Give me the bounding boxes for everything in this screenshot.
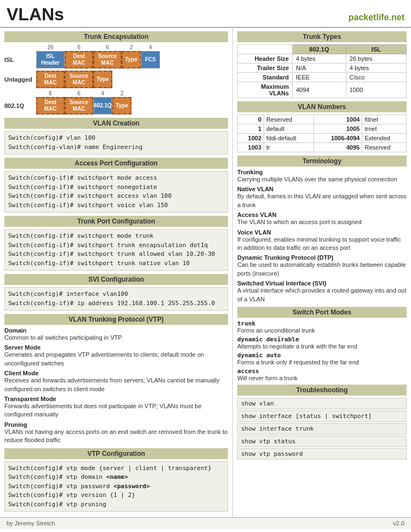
isl-num-26: 26 [36, 44, 65, 50]
dot1q-num-2: 2 [112, 90, 132, 96]
vtp-server-desc: Generates and propagates VTP advertiseme… [4, 351, 228, 368]
troubleshooting-commands: show vlan show interface [status | switc… [237, 398, 407, 460]
untagged-row: Untagged DestMAC SourceMAC Type [4, 71, 228, 88]
term-svi-desc: A virtual interface which provides a rou… [237, 287, 407, 304]
term-voice-title: Voice VLAN [237, 229, 407, 236]
term-entry-access: Access VLAN The VLAN to which an access … [237, 211, 407, 226]
vtp-domain-desc: Common to all switches participating in … [4, 334, 228, 342]
right-column: Trunk Types 802.1Q ISL Header Size 4 byt… [233, 28, 411, 517]
spm-dynamic-desirable-desc: Attempts to negotiate a trunk with the f… [237, 343, 407, 350]
isl-label: ISL [4, 56, 36, 63]
vlan-num-right-3: 4095 [314, 143, 362, 152]
trunk-types-v2-3: 1000 [346, 82, 406, 98]
vlan-name-right-3: Reserved [362, 143, 407, 152]
trunk-types-col2: ISL [346, 45, 406, 54]
trunk-types-col1: 802.1Q [293, 45, 346, 54]
term-access-title: Access VLAN [237, 211, 407, 218]
troubleshooting-header: Troubleshooting [237, 385, 407, 396]
spm-entry-access: access Will never form a trunk [237, 368, 407, 381]
access-line3: Switch(config-if)# switchport access vla… [8, 192, 224, 201]
trunk-encapsulation-section: Trunk Encapsulation 26 6 6 2 4 ISL ISLHe… [4, 31, 228, 115]
vtp-entry-transparent: Transparent Mode Forwards advertisements… [4, 396, 228, 419]
source-mac-block-isl: SourceMAC [93, 51, 122, 68]
vtp-server-title: Server Mode [4, 344, 228, 351]
term-dtp-desc: Can be used to automatically establish t… [237, 261, 407, 278]
vtp-entries: Domain Common to all switches participat… [4, 327, 228, 445]
spm-trunk-desc: Forms an unconditional trunk [237, 327, 407, 334]
vtp-entry-domain: Domain Common to all switches participat… [4, 327, 228, 342]
trunk-types-label-2: Standard [238, 73, 293, 82]
vlan-numbers-row-1: 1 default 1005 trnet [238, 124, 407, 134]
trouble-cmd-3: show vtp status [237, 436, 407, 447]
vlan-name-right-0: fdnet [362, 115, 407, 124]
trunk-types-label-1: Trailer Size [238, 64, 293, 73]
vlan-num-left-3: 1003 [238, 143, 264, 152]
trunk-port-code: Switch(config-if)# switchport mode trunk… [4, 229, 228, 271]
trunk-types-row-0: Header Size 4 bytes 26 bytes [238, 54, 407, 64]
vtp-pruning-desc: VLANs not having any access ports on an … [4, 428, 228, 445]
dot1q-num-6b: 6 [65, 90, 93, 96]
vlan-numbers-header: VLAN Numbers [237, 101, 407, 112]
isl-num-2: 2 [122, 44, 141, 50]
isl-num-4: 4 [141, 44, 160, 50]
spm-entry-trunk: trunk Forms an unconditional trunk [237, 320, 407, 334]
trunk-types-v1-0: 4 bytes [293, 54, 346, 64]
vtp-transparent-desc: Forwards advertisements but does not par… [4, 402, 228, 419]
spm-dynamic-auto-desc: Forms a trunk only if requested by the f… [237, 359, 407, 365]
vlan-creation-code: Switch(config)# vlan 100 Switch(config-v… [4, 131, 228, 155]
isl-num-6a: 6 [65, 44, 93, 50]
spm-entries: trunk Forms an unconditional trunk dynam… [237, 320, 407, 381]
source-mac-block-untagged: SourceMAC [65, 71, 93, 88]
vlan-creation-line1: Switch(config)# vlan 100 [8, 134, 224, 143]
vtp-config-header: VTP Configuration [4, 448, 228, 459]
access-line1: Switch(config-if)# switchport mode acces… [8, 174, 224, 183]
page: VLANs packetlife.net Trunk Encapsulation… [0, 0, 411, 529]
dot1q-num-4: 4 [93, 90, 112, 96]
term-entry-svi: Switched Virtual Interface (SVI) A virtu… [237, 280, 407, 304]
svi-line2: Switch(config-if)# ip address 192.168.10… [8, 299, 224, 308]
vlan-creation-header: VLAN Creation [4, 118, 228, 129]
left-column: Trunk Encapsulation 26 6 6 2 4 ISL ISLHe… [0, 28, 233, 517]
spm-entry-dynamic-auto: dynamic auto Forms a trunk only if reque… [237, 352, 407, 365]
dot1q-block: 802.1Q [93, 97, 112, 115]
vtp-config-line1: Switch(config)# vtp mode {server | clien… [8, 464, 224, 473]
term-voice-desc: If configured, enables minimal trunking … [237, 236, 407, 253]
vtp-pruning-title: Pruning [4, 421, 228, 428]
type-block-dot1q: Type [112, 97, 132, 115]
vlan-name-left-0: Reserved [264, 115, 314, 124]
svi-line1: Switch(config)# interface vlan100 [8, 290, 224, 299]
vlan-name-left-1: default [264, 124, 314, 134]
trunk-encapsulation-header: Trunk Encapsulation [4, 31, 228, 42]
footer-version: v2.0 [393, 520, 404, 527]
vlan-name-left-2: fddi-default [264, 134, 314, 143]
vlan-num-left-1: 1 [238, 124, 264, 134]
vtp-client-title: Client Mode [4, 370, 228, 376]
access-port-code: Switch(config-if)# switchport mode acces… [4, 171, 228, 213]
spm-header: Switch Port Modes [237, 307, 407, 318]
vlan-name-left-3: tr [264, 143, 314, 152]
isl-blocks: ISLHeader DestMAC SourceMAC Type FCS [36, 51, 228, 68]
access-line2: Switch(config-if)# switchport nonegotiat… [8, 183, 224, 192]
spm-trunk-code: trunk [237, 320, 407, 327]
dest-mac-block-dot1q: DestMAC [36, 97, 65, 115]
trunk-line1: Switch(config-if)# switchport mode trunk [8, 232, 224, 241]
vtp-entry-server: Server Mode Generates and propagates VTP… [4, 344, 228, 368]
trunk-types-v1-2: IEEE [293, 73, 346, 82]
spm-dynamic-desirable-code: dynamic desirable [237, 336, 407, 343]
svi-config-header: SVI Configuration [4, 274, 228, 285]
term-entry-trunking: Trunking Carrying multiple VLANs over th… [237, 169, 407, 184]
trunk-types-v2-1: 4 bytes [346, 64, 406, 73]
spm-entry-dynamic-desirable: dynamic desirable Attempts to negotiate … [237, 336, 407, 350]
trunk-types-header: Trunk Types [237, 31, 407, 42]
spm-access-code: access [237, 368, 407, 375]
vtp-transparent-title: Transparent Mode [4, 396, 228, 402]
footer-author: by Jeremy Stretch [7, 520, 55, 527]
vlan-numbers-row-3: 1003 tr 4095 Reserved [238, 143, 407, 152]
term-entry-dtp: Dynamic Trunking Protocol (DTP) Can be u… [237, 254, 407, 278]
vtp-config-line3: Switch(config)# vtp password <password> [8, 482, 224, 491]
vtp-entry-pruning: Pruning VLANs not having any access port… [4, 421, 228, 445]
term-dtp-title: Dynamic Trunking Protocol (DTP) [237, 254, 407, 261]
svi-config-code: Switch(config)# interface vlan100 Switch… [4, 287, 228, 311]
vlan-num-left-2: 1002 [238, 134, 264, 143]
vlan-numbers-row-0: 0 Reserved 1004 fdnet [238, 115, 407, 124]
